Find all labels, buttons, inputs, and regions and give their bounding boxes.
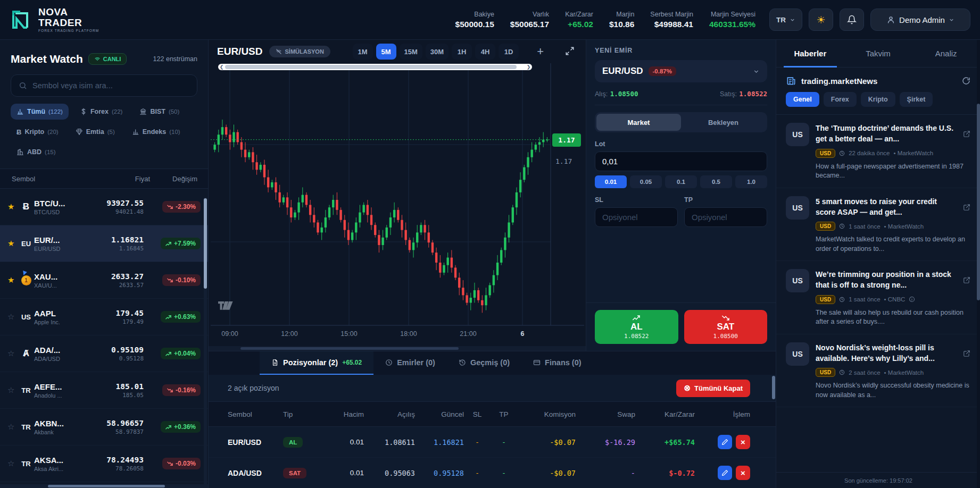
search-icon xyxy=(19,81,27,90)
search-input[interactable] xyxy=(32,81,189,90)
filter-chip-forex[interactable]: Forex(22) xyxy=(74,104,129,120)
chevron-down-icon xyxy=(790,17,795,23)
filter-chip-endeks[interactable]: Endeks(10) xyxy=(126,124,186,140)
star-outline-icon[interactable]: ☆ xyxy=(7,422,18,432)
price-value: 0.95109 xyxy=(85,346,144,354)
lot-preset-0.1[interactable]: 0.1 xyxy=(665,175,697,188)
timeframe-30m[interactable]: 30M xyxy=(426,44,449,60)
news-item[interactable]: USWe’re trimming our position in a stock… xyxy=(776,261,980,334)
top-header: NOVA TRADER FOREX TRADING PLATFORM Bakiy… xyxy=(0,0,980,40)
external-link-icon[interactable] xyxy=(963,124,970,145)
star-outline-icon[interactable]: ☆ xyxy=(7,459,18,468)
filter-chip-bist[interactable]: BIST(50) xyxy=(134,104,185,120)
user-menu[interactable]: Demo Admin xyxy=(870,9,970,31)
positions-tab-geçmiş[interactable]: Geçmiş (0) xyxy=(447,351,521,375)
watchlist-scrollbar[interactable] xyxy=(204,197,207,487)
positions-tab-pozisyonlar[interactable]: Pozisyonlar (2)+65.02 xyxy=(260,351,373,375)
close-position-button[interactable]: × xyxy=(736,435,750,449)
order-symbol-selector[interactable]: EUR/USD -0.87% xyxy=(595,60,767,82)
candlestick-chart[interactable] xyxy=(209,40,586,351)
watchlist-hscrollbar[interactable] xyxy=(0,484,209,488)
watchlist-row[interactable]: ☆USAAPLApple Inc.179.45179.49+0.63% xyxy=(0,299,208,335)
news-filter-kripto[interactable]: Kripto xyxy=(861,92,895,107)
watchlist-row[interactable]: ☆TRAKSA...Aksa Akri...78.2449378.26058-0… xyxy=(0,445,208,482)
tp-input[interactable] xyxy=(684,207,767,227)
watchlist-row[interactable]: ★ɃBTC/U...BTC/USD93927.5594021.48-2.30% xyxy=(0,189,208,225)
edit-position-button[interactable] xyxy=(718,466,732,480)
watchlist-row[interactable]: ★EUEUR/...EUR/USD1.168211.16845+7.59% xyxy=(0,225,208,262)
symbol-name: AKBN... xyxy=(34,419,85,428)
lot-preset-1.0[interactable]: 1.0 xyxy=(735,175,767,188)
timeframe-5m[interactable]: 5M xyxy=(376,44,396,60)
news-item[interactable]: USNovo Nordisk’s weight-loss pill is ava… xyxy=(776,334,980,408)
star-filled-icon[interactable]: ★ xyxy=(7,202,18,212)
filter-chip-kripto[interactable]: ɃKripto(20) xyxy=(11,124,64,140)
stat-bakiye: Bakiye$50000.15 xyxy=(455,11,494,29)
positions-tab-emirler[interactable]: Emirler (0) xyxy=(373,351,447,375)
external-link-icon[interactable] xyxy=(963,197,970,218)
close-all-button[interactable]: ⊗ Tümünü Kapat xyxy=(676,380,750,397)
scroll-left-icon[interactable]: ❮ xyxy=(218,64,225,70)
news-item[interactable]: US5 smart moves to raise your credit sco… xyxy=(776,188,980,262)
price-subvalue: 2633.57 xyxy=(85,282,144,289)
theme-toggle-button[interactable]: ☀ xyxy=(809,9,833,31)
symbol-name: ADA/... xyxy=(34,346,85,355)
tab-market[interactable]: Market xyxy=(596,114,681,131)
external-link-icon[interactable] xyxy=(963,343,970,364)
watchlist-row[interactable]: ☆TRAKBN...Akbank58.9665758.97837+0.36% xyxy=(0,409,208,445)
category-filters: Tümü(122)Forex(22)BIST(50)ɃKripto(20)Emt… xyxy=(11,104,197,160)
tab-bekleyen[interactable]: Bekleyen xyxy=(681,114,766,131)
star-filled-icon[interactable]: ★ xyxy=(7,239,18,248)
watchlist-row[interactable]: ☆TRAEFE...Anadolu ...185.01185.05-0.16% xyxy=(0,372,208,409)
lot-preset-0.5[interactable]: 0.5 xyxy=(700,175,732,188)
external-link-icon[interactable] xyxy=(963,270,970,291)
buy-button[interactable]: AL 1.08522 xyxy=(595,310,678,344)
news-item[interactable]: USThe ‘Trump doctrine’ demands the U.S. … xyxy=(776,115,980,188)
tab-haberler[interactable]: Haberler xyxy=(776,40,844,67)
timeframe-15m[interactable]: 15M xyxy=(400,44,422,60)
edit-position-button[interactable] xyxy=(718,435,732,449)
star-outline-icon[interactable]: ☆ xyxy=(7,349,18,358)
star-outline-icon[interactable]: ☆ xyxy=(7,312,18,322)
filter-chip-emtia[interactable]: Emtia(5) xyxy=(70,124,121,140)
filter-chip-abd[interactable]: ABD(15) xyxy=(11,144,62,160)
news-filter-forex[interactable]: Forex xyxy=(824,92,857,107)
position-symbol: ADA/USD xyxy=(228,469,283,477)
scroll-right-icon[interactable]: ❯ xyxy=(525,64,532,70)
fullscreen-button[interactable] xyxy=(565,46,575,57)
price-subvalue: 58.97837 xyxy=(85,428,144,435)
lot-input[interactable] xyxy=(595,152,767,171)
news-filter-genel[interactable]: Genel xyxy=(786,92,819,107)
close-position-button[interactable]: × xyxy=(736,466,750,480)
language-selector[interactable]: TR xyxy=(769,9,802,31)
timeframe-1d[interactable]: 1D xyxy=(499,44,519,60)
lot-preset-0.01[interactable]: 0.01 xyxy=(595,175,627,188)
notifications-button[interactable] xyxy=(840,9,864,31)
lot-preset-0.05[interactable]: 0.05 xyxy=(630,175,662,188)
timeframe-4h[interactable]: 4H xyxy=(475,44,495,60)
timeframe-1m[interactable]: 1M xyxy=(353,44,373,60)
star-filled-icon[interactable]: ★ xyxy=(7,275,18,285)
stat-value: +65.02 xyxy=(565,20,593,29)
watchlist-row[interactable]: ☆ȺADA/...ADA/USD0.951090.95128+0.04% xyxy=(0,335,208,372)
watchlist-row[interactable]: ★1XAU...XAU/U...2633.272633.57-0.10% xyxy=(0,262,208,299)
sell-button[interactable]: SAT 1.08500 xyxy=(684,310,768,344)
symbol-info: BTC/U...BTC/USD xyxy=(34,199,85,215)
chart-hscrollbar[interactable]: ❮ ❯ xyxy=(218,64,532,70)
star-outline-icon[interactable]: ☆ xyxy=(7,385,18,395)
refresh-icon[interactable] xyxy=(962,77,970,85)
current-price-tag: 1.17 xyxy=(552,133,581,147)
news-filter-şirket[interactable]: Şirket xyxy=(900,92,933,107)
positions-tab-finans[interactable]: Finans (0) xyxy=(521,351,593,375)
page-scrollbar[interactable] xyxy=(977,40,980,488)
symbol-name: XAU... xyxy=(34,272,85,281)
timeframe-1h[interactable]: 1H xyxy=(452,44,472,60)
col-degisim: Değişim xyxy=(150,175,197,183)
tab-takvim[interactable]: Takvim xyxy=(844,40,912,67)
positions-scrollbar[interactable] xyxy=(772,376,775,399)
filter-chip-tümü[interactable]: Tümü(122) xyxy=(11,104,69,120)
pos-col-tp: TP xyxy=(491,410,517,418)
sl-input[interactable] xyxy=(595,207,678,227)
add-indicator-button[interactable]: + xyxy=(537,45,544,58)
tab-analiz[interactable]: Analiz xyxy=(912,40,980,67)
